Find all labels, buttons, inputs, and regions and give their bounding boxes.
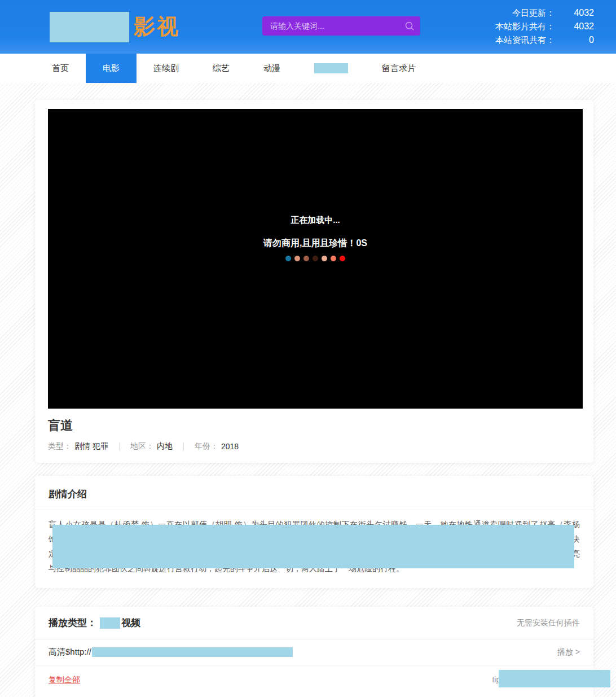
logo-redacted-box <box>50 12 129 42</box>
nav-redacted-box <box>314 63 348 73</box>
player-loading-text: 正在加载中... <box>263 215 367 226</box>
bottom-redacted-box <box>499 670 610 687</box>
nav-item-home[interactable]: 首页 <box>35 54 86 83</box>
stat-total-films: 本站影片共有：4032 <box>495 20 594 33</box>
stat-label: 本站影片共有： <box>495 21 555 31</box>
source-row[interactable]: 高清$http:// 播放 > <box>35 639 593 665</box>
play-type-suffix: 视频 <box>121 616 140 629</box>
page: 影视 今日更新：4032 本站影片共有：4032 本站资讯共有：0 首页 <box>0 0 616 697</box>
meta-region-label: 地区： <box>130 441 154 451</box>
main-nav: 首页 电影 连续剧 综艺 动漫 留言求片 <box>0 54 616 83</box>
header: 影视 今日更新：4032 本站影片共有：4032 本站资讯共有：0 <box>0 0 616 54</box>
site-stats: 今日更新：4032 本站影片共有：4032 本站资讯共有：0 <box>495 6 594 47</box>
meta-region-value[interactable]: 内地 <box>157 441 173 451</box>
nav-item-series[interactable]: 连续剧 <box>137 54 196 83</box>
nav-label: 留言求片 <box>382 63 416 74</box>
player-card: 正在加载中... 请勿商用,且用且珍惜！0S 盲道 类型： <box>35 100 593 463</box>
nav-label: 动漫 <box>263 63 280 74</box>
stat-label: 今日更新： <box>512 8 555 17</box>
nav-label: 连续剧 <box>153 63 179 74</box>
nav-label: 电影 <box>103 63 120 74</box>
player-loading-stack: 正在加载中... 请勿商用,且用且珍惜！0S <box>263 215 367 261</box>
meta-divider <box>119 442 120 450</box>
plugin-note: 无需安装任何插件 <box>517 618 580 628</box>
player-notice-text: 请勿商用,且用且珍惜！0S <box>263 238 367 249</box>
nav-item-request[interactable]: 留言求片 <box>365 54 433 83</box>
video-player[interactable]: 正在加载中... 请勿商用,且用且珍惜！0S <box>48 109 583 409</box>
stat-value: 0 <box>555 33 594 47</box>
synopsis-redacted-box <box>52 525 574 568</box>
meta-type-value[interactable]: 剧情 犯罪 <box>74 441 108 451</box>
loading-dot <box>294 256 300 261</box>
stat-value: 4032 <box>555 6 594 20</box>
play-button-label: 播放 <box>557 647 573 656</box>
synopsis-body: 盲人小女孩晶晶（杜函梦 饰）一直在以郭伟（胡明 饰）为头目的犯罪团伙的控制下在街… <box>35 510 593 588</box>
play-type-redacted-box <box>100 617 120 629</box>
movie-meta: 类型： 剧情 犯罪 地区： 内地 年份： 2018 <box>48 441 583 451</box>
search-input[interactable] <box>262 16 420 36</box>
stat-today-updated: 今日更新：4032 <box>495 6 594 20</box>
source-url-prefix: 高清$http:// <box>49 647 91 657</box>
source-url-redacted-box <box>92 647 293 657</box>
site-logo[interactable]: 影视 <box>134 12 180 41</box>
synopsis-heading: 剧情介绍 <box>35 476 593 510</box>
meta-year-value[interactable]: 2018 <box>221 442 239 451</box>
loading-dot <box>285 256 291 261</box>
source-url[interactable]: 高清$http:// <box>49 647 293 657</box>
play-type-prefix: 播放类型： <box>49 616 96 629</box>
stat-total-news: 本站资讯共有：0 <box>495 33 594 47</box>
synopsis-card: 剧情介绍 盲人小女孩晶晶（杜函梦 饰）一直在以郭伟（胡明 饰）为头目的犯罪团伙的… <box>35 476 593 588</box>
content: 正在加载中... 请勿商用,且用且珍惜！0S 盲道 类型： <box>35 100 593 697</box>
loading-dot <box>322 256 327 261</box>
nav-item-movies[interactable]: 电影 <box>86 54 137 83</box>
nav-item-anime[interactable]: 动漫 <box>247 54 297 83</box>
stat-label: 本站资讯共有： <box>495 35 555 45</box>
play-button[interactable]: 播放 > <box>557 647 580 657</box>
nav-item-variety[interactable]: 综艺 <box>196 54 247 83</box>
loading-dot <box>331 256 336 261</box>
stat-value: 4032 <box>555 20 594 33</box>
loading-dot <box>340 256 345 261</box>
search-icon[interactable] <box>404 21 415 31</box>
meta-year-label: 年份： <box>195 441 218 451</box>
loading-dots <box>263 256 367 261</box>
nav-item-redacted[interactable] <box>297 54 365 83</box>
meta-divider <box>183 442 184 450</box>
meta-type-label: 类型： <box>48 441 72 451</box>
chevron-right-icon: > <box>575 647 580 656</box>
search-bar <box>262 16 420 36</box>
play-header: 播放类型： 视频 无需安装任何插件 <box>35 607 593 639</box>
copy-all-link[interactable]: 复制全部 <box>49 675 80 685</box>
nav-label: 综艺 <box>213 63 230 74</box>
play-type-title: 播放类型： 视频 <box>49 616 140 629</box>
loading-dot <box>313 256 318 261</box>
movie-title: 盲道 <box>48 417 583 434</box>
nav-inner: 首页 电影 连续剧 综艺 动漫 留言求片 <box>35 54 593 83</box>
nav-label: 首页 <box>52 63 69 74</box>
loading-dot <box>303 256 309 261</box>
